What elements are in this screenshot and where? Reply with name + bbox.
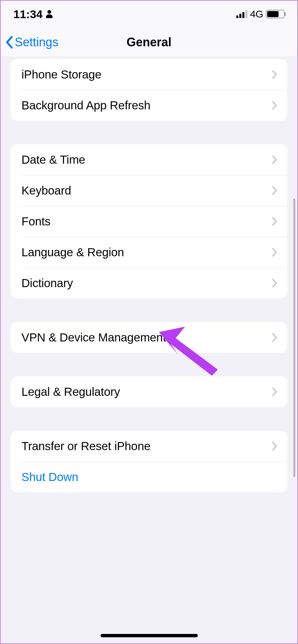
home-indicator[interactable] (101, 634, 198, 637)
row-label: Legal & Regulatory (21, 385, 272, 398)
settings-group-reset: Transfer or Reset iPhoneShut Down (11, 431, 287, 492)
back-chevron-icon (5, 36, 13, 49)
scroll-indicator[interactable] (293, 199, 295, 477)
chevron-right-icon (272, 441, 277, 451)
chevron-right-icon (272, 70, 277, 79)
status-left: 11:34 (13, 8, 53, 21)
row-label: Language & Region (21, 246, 272, 259)
status-bar: 11:34 4G (1, 1, 297, 28)
cellular-signal-icon (236, 10, 247, 18)
chevron-right-icon (272, 248, 277, 257)
chevron-right-icon (272, 333, 277, 342)
back-button[interactable]: Settings (5, 35, 58, 49)
page-title: General (126, 35, 171, 49)
chevron-right-icon (272, 278, 277, 288)
battery-fill (267, 11, 279, 17)
settings-row-iphone-storage[interactable]: iPhone Storage (11, 59, 287, 90)
settings-content: iPhone StorageBackground App RefreshDate… (1, 57, 297, 643)
settings-row-fonts[interactable]: Fonts (11, 206, 287, 237)
chevron-right-icon (272, 186, 277, 195)
back-label: Settings (15, 35, 58, 49)
device-frame: 11:34 4G Settings General iPhone Sto (0, 0, 298, 644)
person-icon (46, 10, 53, 18)
chevron-right-icon (272, 101, 277, 110)
row-label: Fonts (21, 215, 272, 228)
settings-row-background-app-refresh[interactable]: Background App Refresh (11, 90, 287, 121)
network-label: 4G (250, 8, 263, 20)
settings-group-vpn: VPN & Device Management (11, 322, 287, 353)
row-label: Date & Time (21, 153, 272, 166)
row-label: Keyboard (21, 184, 272, 197)
settings-row-vpn-device-management[interactable]: VPN & Device Management (11, 322, 287, 353)
row-label: Shut Down (21, 470, 277, 484)
chevron-right-icon (272, 155, 277, 164)
row-label: iPhone Storage (21, 68, 272, 81)
battery-icon (266, 10, 285, 18)
status-right: 4G (236, 8, 285, 20)
settings-row-language-region[interactable]: Language & Region (11, 237, 287, 268)
settings-group-legal: Legal & Regulatory (11, 376, 287, 407)
settings-row-dictionary[interactable]: Dictionary (11, 268, 287, 299)
settings-row-legal-regulatory[interactable]: Legal & Regulatory (11, 376, 287, 407)
row-label: VPN & Device Management (21, 331, 272, 344)
row-label: Background App Refresh (21, 99, 272, 112)
row-label: Transfer or Reset iPhone (21, 439, 272, 453)
settings-row-keyboard[interactable]: Keyboard (11, 175, 287, 206)
chevron-right-icon (272, 387, 277, 396)
settings-group-system: Date & TimeKeyboardFontsLanguage & Regio… (11, 144, 287, 299)
nav-header: Settings General (1, 28, 297, 57)
settings-row-shut-down[interactable]: Shut Down (11, 462, 287, 492)
chevron-right-icon (272, 217, 277, 226)
status-time: 11:34 (13, 8, 43, 21)
row-label: Dictionary (21, 276, 272, 290)
settings-group-storage: iPhone StorageBackground App Refresh (11, 59, 287, 121)
settings-row-transfer-or-reset[interactable]: Transfer or Reset iPhone (11, 431, 287, 462)
settings-row-date-time[interactable]: Date & Time (11, 144, 287, 175)
